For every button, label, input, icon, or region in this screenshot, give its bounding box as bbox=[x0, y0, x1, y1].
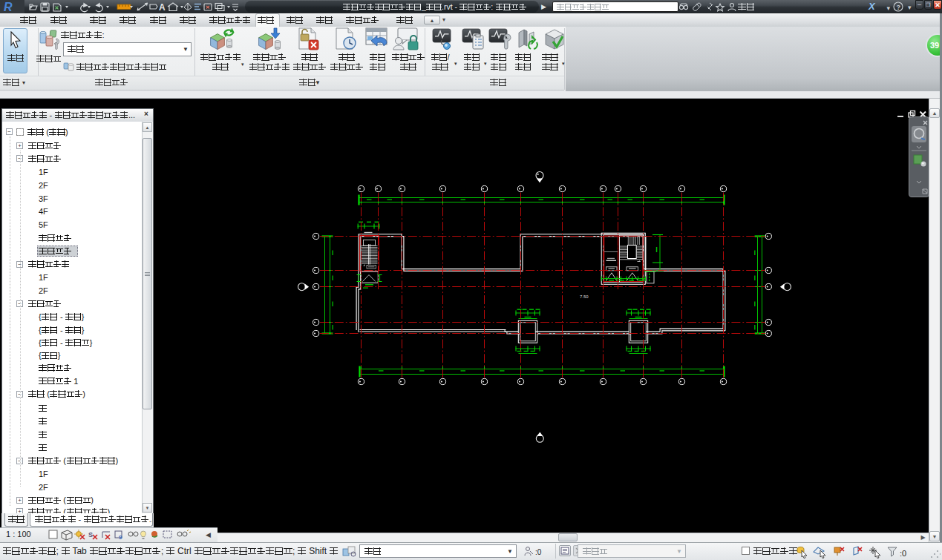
svg-text:9: 9 bbox=[119, 534, 122, 541]
svg-text:R: R bbox=[4, 1, 13, 13]
svg-text:?: ? bbox=[897, 4, 901, 11]
svg-text::0: :0 bbox=[535, 548, 542, 556]
svg-text:▾: ▾ bbox=[886, 4, 890, 12]
svg-text:7.50: 7.50 bbox=[580, 294, 589, 299]
svg-text:S: S bbox=[88, 531, 93, 538]
svg-text:▾: ▾ bbox=[908, 4, 912, 11]
svg-text:A: A bbox=[159, 2, 166, 13]
